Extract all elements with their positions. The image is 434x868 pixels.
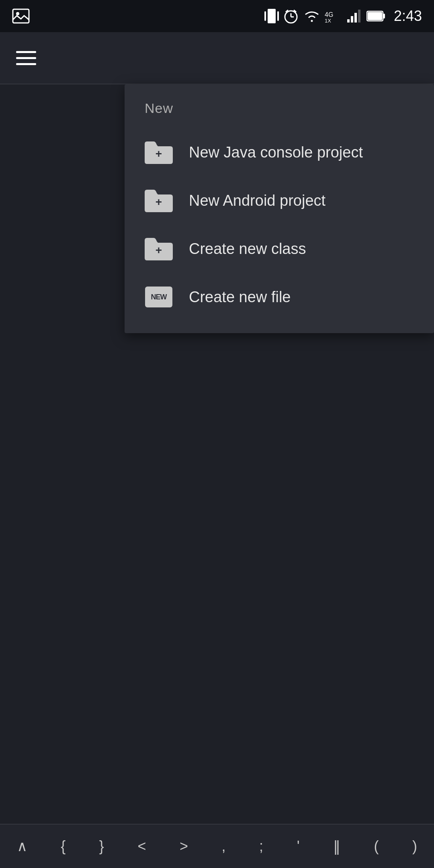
status-time: 2:43 [394, 8, 422, 25]
folder-plus-icon: + [145, 141, 173, 164]
new-badge: NEW [145, 287, 172, 307]
create-new-file-label: Create new file [189, 289, 291, 306]
status-bar-right: 4G 1X 2:43 [264, 7, 422, 25]
svg-text:+: + [156, 147, 162, 160]
create-new-file-item[interactable]: NEW Create new file [125, 273, 434, 321]
svg-text:1X: 1X [325, 18, 331, 23]
key-open-paren[interactable]: ( [368, 834, 385, 859]
image-icon [12, 8, 30, 24]
new-android-project-label: New Android project [189, 192, 326, 209]
hamburger-line-1 [16, 51, 36, 53]
key-comma[interactable]: , [216, 834, 232, 859]
svg-rect-14 [354, 13, 357, 23]
svg-rect-15 [358, 10, 360, 23]
create-new-class-label: Create new class [189, 240, 306, 258]
new-android-project-icon: + [145, 188, 173, 213]
svg-rect-17 [383, 14, 385, 18]
new-java-project-item[interactable]: + New Java console project [125, 128, 434, 176]
status-bar-left [12, 8, 30, 24]
hamburger-menu-button[interactable] [16, 51, 36, 65]
vibrate-icon [264, 7, 279, 25]
main-content: New + New Java console project [0, 84, 434, 824]
svg-text:4G: 4G [325, 11, 333, 18]
svg-text:+: + [156, 244, 162, 256]
alarm-icon [283, 8, 299, 24]
bottom-toolbar: ∧ { } < > , ; ' ‖ ( ) [0, 824, 434, 868]
dropdown-header: New [125, 96, 434, 128]
svg-text:+: + [156, 196, 162, 208]
new-android-project-item[interactable]: + New Android project [125, 176, 434, 225]
svg-rect-18 [368, 12, 382, 20]
battery-icon [366, 9, 386, 23]
svg-rect-0 [13, 9, 29, 23]
key-greater-than[interactable]: > [174, 834, 194, 859]
svg-rect-2 [268, 9, 276, 23]
create-new-class-icon: + [145, 237, 173, 261]
folder-plus-icon-3: + [145, 237, 173, 260]
key-double-pipe[interactable]: ‖ [327, 834, 346, 859]
wifi-icon [303, 9, 321, 23]
key-semicolon[interactable]: ; [253, 834, 269, 859]
key-close-paren[interactable]: ) [406, 834, 423, 859]
status-bar: 4G 1X 2:43 [0, 0, 434, 32]
app-toolbar [0, 32, 434, 84]
signal-icon: 4G 1X [325, 9, 342, 23]
key-close-brace[interactable]: } [93, 834, 110, 859]
key-less-than[interactable]: < [131, 834, 152, 859]
create-new-file-icon: NEW [145, 285, 173, 309]
dropdown-menu: New + New Java console project [125, 84, 434, 333]
hamburger-line-3 [16, 63, 36, 65]
svg-rect-3 [264, 11, 266, 21]
new-java-project-icon: + [145, 140, 173, 164]
create-new-class-item[interactable]: + Create new class [125, 225, 434, 273]
svg-rect-12 [347, 19, 350, 23]
signal-strength-icon [346, 9, 362, 23]
svg-rect-13 [351, 16, 353, 23]
hamburger-line-2 [16, 57, 36, 59]
folder-plus-icon-2: + [145, 189, 173, 212]
key-open-brace[interactable]: { [55, 834, 72, 859]
new-java-project-label: New Java console project [189, 144, 363, 161]
svg-point-1 [16, 12, 19, 15]
dropdown-overlay: New + New Java console project [0, 84, 434, 824]
svg-rect-4 [277, 11, 279, 21]
key-caret-up[interactable]: ∧ [11, 834, 33, 859]
key-quote[interactable]: ' [291, 834, 306, 859]
